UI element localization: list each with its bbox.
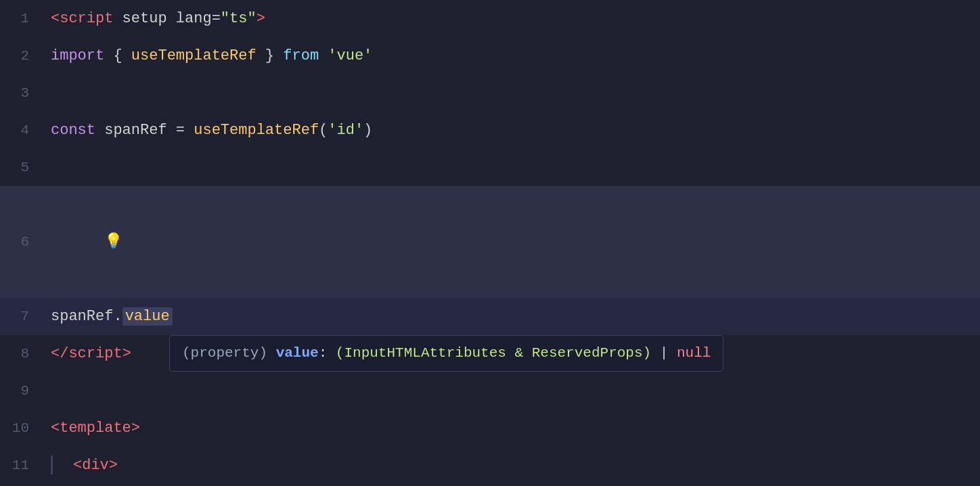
- line-content-3: [44, 74, 60, 112]
- line-content-6: 💡: [44, 186, 127, 298]
- line-number-4: 4: [0, 112, 44, 149]
- line-6: 6 💡 (property) value: (InputHTMLAttribut…: [0, 186, 980, 298]
- line-number-1: 1: [0, 0, 44, 37]
- line-number-5: 5: [0, 149, 44, 186]
- tooltip-icon: 💡: [104, 234, 122, 250]
- line-5: 5: [0, 149, 980, 186]
- line-content-5: [44, 149, 60, 186]
- line-content-4: const spanRef = useTemplateRef('id'): [44, 112, 372, 149]
- line-content-1: <script setup lang="ts">: [44, 0, 265, 37]
- line-content-10: <template>: [44, 410, 140, 447]
- line-number-10: 10: [0, 410, 44, 447]
- intellisense-tooltip: (property) value: (InputHTMLAttributes &…: [169, 335, 723, 372]
- tooltip-null: null: [677, 345, 711, 361]
- highlighted-value: value: [122, 307, 173, 326]
- line-content-9: [44, 372, 60, 410]
- line-10: 10 <template>: [0, 410, 980, 447]
- tooltip-value-name: value: [276, 345, 319, 361]
- tooltip-prefix: (property): [182, 345, 276, 361]
- line-3: 3: [0, 74, 980, 112]
- line-content-2: import { useTemplateRef } from 'vue': [44, 37, 372, 74]
- line-number-3: 3: [0, 74, 44, 112]
- line-number-9: 9: [0, 372, 44, 410]
- tooltip-pipe: |: [651, 345, 677, 361]
- line-number-8: 8: [0, 335, 44, 372]
- line-content-8: </script>: [44, 335, 131, 372]
- line-number-7: 7: [0, 298, 44, 335]
- line-11: 11 <div>: [0, 447, 980, 484]
- code-editor: 1 <script setup lang="ts"> 2 import { us…: [0, 0, 980, 486]
- line-4: 4 const spanRef = useTemplateRef('id'): [0, 112, 980, 149]
- tooltip-colon: :: [319, 345, 336, 361]
- line-number-11: 11: [0, 447, 44, 484]
- line-content-7: spanRef.value: [44, 298, 173, 335]
- line-1: 1 <script setup lang="ts">: [0, 0, 980, 37]
- line-9: 9: [0, 372, 980, 410]
- tooltip-type: (InputHTMLAttributes & ReservedProps): [336, 345, 651, 361]
- line-2: 2 import { useTemplateRef } from 'vue': [0, 37, 980, 74]
- line-number-6: 6: [0, 223, 44, 261]
- line-7: 7 spanRef.value: [0, 298, 980, 335]
- line-number-2: 2: [0, 37, 44, 74]
- line-content-11: <div>: [44, 447, 118, 484]
